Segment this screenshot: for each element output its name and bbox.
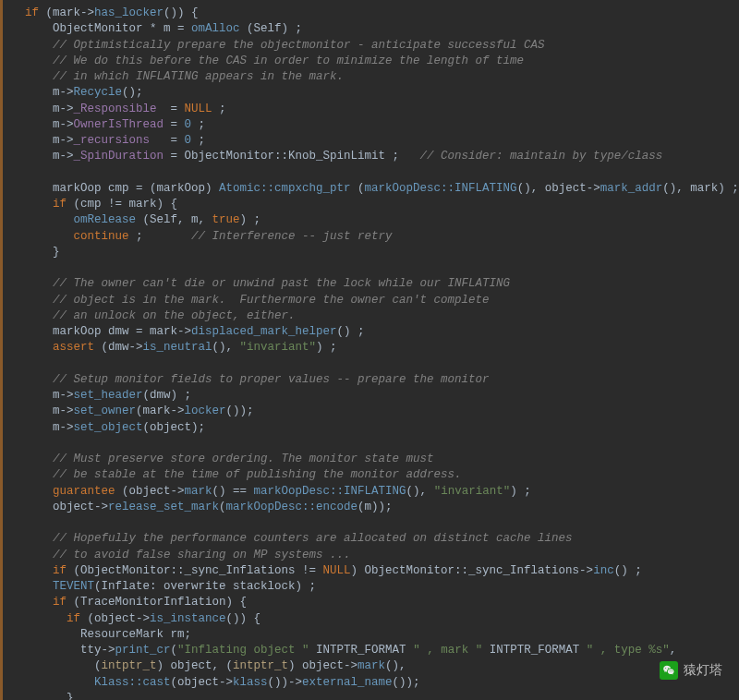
method-call: markOopDesc::INFLATING [254,485,406,498]
keyword-guarantee: guarantee [53,485,115,498]
code-text [25,213,74,226]
code-text: ResourceMark rm; [25,628,191,641]
code-text: ()) { [164,6,199,19]
keyword-if: if [25,564,67,577]
wechat-icon [660,661,678,680]
comment: // an unlock on the object, either. [25,309,296,322]
code-text: (), mark) ; [662,182,739,195]
code-text: = [157,103,185,115]
code-text: ; [129,230,192,243]
method-call: has_locker [94,6,164,19]
keyword-null: NULL [185,103,212,115]
method-call: is_neutral [143,341,212,354]
code-text: ; [191,118,205,131]
comment: // Setup monitor fields to proper values… [25,373,490,386]
member: _Responsible [74,103,157,115]
method-call: markOopDesc::INFLATING [365,182,517,195]
code-text: (Inflate: overwrite stacklock) ; [94,580,316,593]
method-call: external_name [302,676,393,689]
comment: // Consider: maintain by type/class [420,150,663,163]
comment: // to avoid false sharing on MP systems … [25,549,351,561]
code-text: ())-> [268,676,303,689]
code-text: (), object-> [517,182,600,195]
comment: // Interference -- just retry [191,230,393,243]
comment: // Hopefully the performance counters ar… [25,532,573,545]
string: "Inflating object " [177,644,309,657]
keyword-null: NULL [323,564,351,577]
method-call: displaced_mark_helper [191,325,337,338]
method-call: inc [593,564,614,577]
method-call: mark [357,659,385,672]
code-text: ( [25,659,102,672]
code-text: (dmw-> [94,341,143,354]
keyword-if: if [25,612,80,625]
code-text: } [25,246,60,259]
code-text: m-> [25,118,74,131]
code-text: object-> [25,501,108,513]
code-text: ()) { [226,612,261,625]
code-text: m-> [25,103,74,115]
comment: // in which INFLATING appears in the mar… [25,70,344,83]
code-text: () == [212,485,254,498]
code-text: ) ; [316,341,337,354]
code-text: () ; [614,564,642,577]
code-editor[interactable]: if (mark->has_locker()) { ObjectMonitor … [0,0,739,700]
code-text: (Self, m, [136,213,212,226]
code-text: ObjectMonitor * m = [25,22,191,35]
method-call: set_object [74,421,143,434]
code-text: markOop cmp = (markOop) [25,182,219,195]
code-text: m-> [25,421,74,434]
type: intptr_t [233,659,288,672]
code-text: = [164,118,185,131]
code-text: INTPTR_FORMAT [309,644,414,657]
comment: // We do this before the CAS in order to… [25,54,524,67]
code-text: ) object-> [288,659,357,672]
code-text: m-> [25,134,74,147]
code-text: (object); [143,421,206,434]
code-text: (TraceMonitorInflation) { [67,596,247,609]
code-text [25,230,74,243]
code-text: (m)); [357,501,393,513]
string: "invariant" [240,341,317,354]
code-text: = [150,134,185,147]
keyword-if: if [25,596,67,609]
comment: // be stable at the time of publishing t… [25,468,462,481]
code-text: INTPTR_FORMAT [482,644,587,657]
keyword-true: true [212,213,240,226]
string: "invariant" [434,485,511,498]
code-text: ( [219,501,226,513]
code-text: ; [212,103,226,115]
code-text: (ObjectMonitor::_sync_Inflations != [67,564,323,577]
code-text [25,676,94,689]
string: " , mark " [413,644,482,657]
code-text: ( [351,182,365,195]
number: 0 [185,118,192,131]
code-text: (), [385,659,406,672]
code-text: (object-> [171,676,234,689]
code-text: markOop dmw = mark-> [25,325,191,338]
watermark: 猿灯塔 [660,661,722,680]
method-call: is_instance [150,612,226,625]
keyword-if: if [25,198,67,211]
code-text: (), [406,485,434,498]
method-call: locker [185,404,226,417]
member: _recursions [74,134,151,147]
code-text: m-> [25,86,74,99]
method-call: omAlloc [191,22,240,35]
code-text: m-> [25,404,74,417]
code-text: (mark-> [136,404,185,417]
code-text: m-> [25,150,74,163]
code-text: ()); [226,404,254,417]
code-text [25,341,53,354]
code-text: (), [212,341,240,354]
code-text: ) object, ( [157,659,234,672]
method-call: print_cr [115,644,171,657]
code-text: (cmp != mark) { [67,198,177,211]
method-call: set_header [74,389,143,402]
comment: // object is in the mark. Furthermore th… [25,294,490,307]
code-text: ()); [393,676,420,689]
comment: // Must preserve store ordering. The mon… [25,453,434,465]
code-text: ; [191,134,205,147]
watermark-label: 猿灯塔 [684,661,722,679]
code-text: ) ; [240,213,261,226]
